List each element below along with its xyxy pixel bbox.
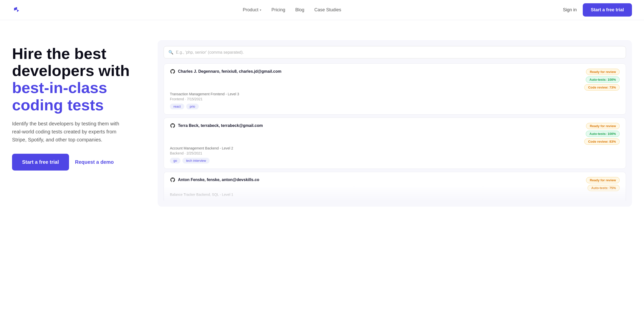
card-top-2: Terra Beck, terrabeck, terrabeck@gmail.c… bbox=[170, 123, 620, 145]
hero-right: 🔍 E.g., 'php, senior' (comma separated).… bbox=[158, 40, 632, 207]
card-badges-1: Ready for review Auto-tests: 100% Code r… bbox=[584, 69, 620, 91]
navbar: Product ▾ Pricing Blog Case Studies Sign… bbox=[0, 0, 644, 20]
github-icon-2 bbox=[170, 123, 175, 128]
hero-title: Hire the best developers with best-in-cl… bbox=[12, 45, 143, 114]
code-review-badge-1: Code review: 73% bbox=[584, 84, 620, 91]
nav-blog[interactable]: Blog bbox=[295, 7, 304, 13]
nav-pricing[interactable]: Pricing bbox=[271, 7, 285, 13]
hero-trial-button[interactable]: Start a free trial bbox=[12, 154, 69, 171]
tag-prio: prio bbox=[186, 104, 199, 109]
candidate-name-3: Anton Fenske, fenske, anton@devskills.co bbox=[170, 177, 259, 183]
candidate-card[interactable]: Charles J. Degennaro, fenixiu8, charles.… bbox=[164, 63, 626, 115]
hero-left: Hire the best developers with best-in-cl… bbox=[12, 40, 143, 171]
card-test-2: Account Management Backend - Level 2 bbox=[170, 146, 620, 150]
tag-react: react bbox=[170, 104, 184, 109]
tag-go: go bbox=[170, 158, 180, 164]
card-top-1: Charles J. Degennaro, fenixiu8, charles.… bbox=[170, 69, 620, 91]
search-bar[interactable]: 🔍 E.g., 'php, senior' (comma separated). bbox=[164, 46, 626, 58]
hero-subtitle: Identify the best developers by testing … bbox=[12, 120, 127, 144]
auto-tests-badge-1: Auto-tests: 100% bbox=[586, 76, 620, 83]
hero-section: Hire the best developers with best-in-cl… bbox=[0, 20, 644, 322]
nav-trial-button[interactable]: Start a free trial bbox=[583, 3, 632, 17]
code-review-badge-2: Code review: 83% bbox=[584, 138, 620, 145]
candidate-name-1: Charles J. Degennaro, fenixiu8, charles.… bbox=[170, 69, 281, 74]
nav-items: Product ▾ Pricing Blog Case Studies bbox=[243, 7, 341, 13]
hero-demo-button[interactable]: Request a demo bbox=[75, 159, 114, 165]
nav-product[interactable]: Product ▾ bbox=[243, 7, 261, 13]
nav-right: Sign in Start a free trial bbox=[563, 3, 632, 17]
search-placeholder: E.g., 'php, senior' (comma separated). bbox=[176, 50, 244, 55]
status-badge-3: Ready for review bbox=[586, 177, 620, 183]
card-meta-1: Frontend · 7/15/2021 bbox=[170, 97, 620, 101]
tag-tech-interview: tech interview bbox=[182, 158, 209, 164]
status-badge-2: Ready for review bbox=[586, 123, 620, 129]
github-icon-3 bbox=[170, 177, 175, 183]
auto-tests-badge-2: Auto-tests: 100% bbox=[586, 131, 620, 137]
hero-buttons: Start a free trial Request a demo bbox=[12, 154, 143, 171]
candidate-name-2: Terra Beck, terrabeck, terrabeck@gmail.c… bbox=[170, 123, 263, 128]
github-icon bbox=[170, 69, 175, 74]
card-tags-2: go tech interview bbox=[170, 158, 620, 164]
status-badge-1: Ready for review bbox=[586, 69, 620, 75]
card-tags-1: react prio bbox=[170, 104, 620, 109]
card-badges-2: Ready for review Auto-tests: 100% Code r… bbox=[584, 123, 620, 145]
chevron-down-icon: ▾ bbox=[260, 8, 261, 12]
candidate-card-3[interactable]: Anton Fenske, fenske, anton@devskills.co… bbox=[164, 172, 626, 201]
signin-button[interactable]: Sign in bbox=[563, 7, 577, 13]
nav-case-studies[interactable]: Case Studies bbox=[314, 7, 341, 13]
candidate-card-2[interactable]: Terra Beck, terrabeck, terrabeck@gmail.c… bbox=[164, 118, 626, 169]
logo[interactable] bbox=[12, 6, 21, 15]
search-icon: 🔍 bbox=[168, 50, 173, 55]
card-meta-2: Backend · 2/25/2021 bbox=[170, 151, 620, 155]
card-test-1: Transaction Management Frontend - Level … bbox=[170, 92, 620, 96]
fade-overlay bbox=[164, 186, 626, 201]
